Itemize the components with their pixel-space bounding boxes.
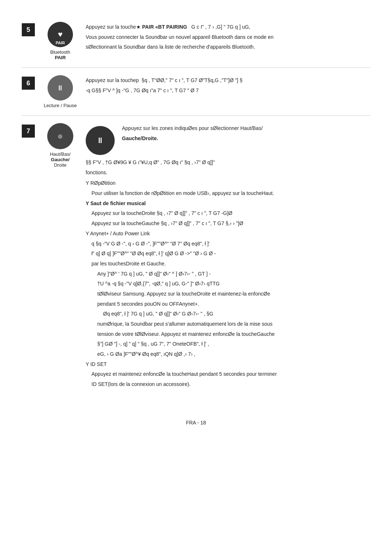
section-7-anynet-4: Any ]"Ø^ ' 7G q ] uG, " Ø q]]" Ø›" ^ ] Ø… xyxy=(86,270,370,278)
section-7-mid-icon: ⏸ xyxy=(86,125,115,155)
section-7-anynet-10: tension de votre tØlØviseur. Appuyez et … xyxy=(86,330,370,338)
section-7-anynet-11: §"] GØ "] -, q] " q] " §q , uG 7", 7" On… xyxy=(86,340,370,348)
section-7-inner: ⏸ Appuyez sur les zones indiquØes pour s… xyxy=(86,125,370,155)
section-6-line1: Appuyez sur la touchep §q , T"ØØ," 7" c … xyxy=(86,77,370,85)
section-7-skip-droite: Appuyez sur la toucheDroite §q , ›7" Ø q… xyxy=(86,209,370,217)
section-7: 7 ● Haut/Bas/ Gauche/ Droite ⏸ Appuyez s… xyxy=(22,116,370,398)
section-7-text: Appuyez sur les zones indiquØes pour sØl… xyxy=(122,125,370,145)
section-7-anynet-8: Øq eq8", ł ]' 7G q ] uG, " Ø q]]" Ø›" G … xyxy=(86,310,370,318)
section-5: 5 ♥ PAIR Bluetooth PAIR Appuyez sur la t… xyxy=(22,15,370,68)
section-7-intro1: Appuyez sur les zones indiquØes pour sØl… xyxy=(122,125,370,133)
section-5-content: Appuyez sur la touche★ PAIR «BT PAIRING … xyxy=(86,22,370,53)
section-7-rep-text: Pour utiliser la fonction de rØpØtition … xyxy=(86,190,370,198)
page-number: FRA - 18 xyxy=(186,420,206,426)
direction-icon: ● xyxy=(57,130,64,142)
section-7-anynet-12: eG, › G Øa ]F""Ø^¥ Øq eq8", ıQN q]Ø ,› 7… xyxy=(86,350,370,358)
section-7-func2: fonctions. xyxy=(86,169,370,177)
bluetooth-pair-button[interactable]: ♥ PAIR xyxy=(48,22,73,47)
section-7-icon-area: ● Haut/Bas/ Gauche/ Droite xyxy=(42,123,78,168)
section-6-icon-label: Lecture / Pause xyxy=(44,103,77,108)
section-7-anynet-2: ł" q] Ø q] ]F""Ø^" "Ø Øq eq8", ł ]' q]Ø … xyxy=(86,250,370,258)
pair-label-inner: PAIR xyxy=(56,41,65,45)
section-5-line2: Vous pouvez connecter la Soundbar un nou… xyxy=(86,33,370,41)
section-7-rep-label: Y RØpØtition xyxy=(86,179,370,187)
section-7-anynet-label: Y Anynet+ / Auto Power Link xyxy=(86,230,370,238)
section-5-line3: sØlectionnant la Soundbar dans la liste … xyxy=(86,43,370,51)
section-7-idset-text2: ID SET(lors de la connexion un accessoir… xyxy=(86,381,370,388)
section-6-content: Appuyez sur la touchep §q , T"ØØ," 7" c … xyxy=(86,75,370,97)
play-pause-icon-large: ⏸ xyxy=(96,134,104,147)
section-7-skip-label: Y Saut de fichier musical xyxy=(86,200,370,208)
play-pause-button[interactable]: ⏸ xyxy=(48,75,73,101)
section-number-5: 5 xyxy=(22,23,35,36)
section-6-line2: -q G§§ F"V ^ ]q -"G , 7G Øq ı"a 7" c ı "… xyxy=(86,87,370,95)
section-number-7: 7 xyxy=(22,125,35,138)
section-7-func1: §§ F"V , †G Ø¥9G ¥ G ı"¥U,q Ø" , 7G Øq ı… xyxy=(86,159,370,167)
section-7-anynet-1: q §q -"V G Ø -", q › G Ø -", ]F""Ø^" "Ø … xyxy=(86,240,370,248)
section-7-skip-gauche: Appuyez sur la toucheGauche §q , ›7" Ø q… xyxy=(86,220,370,228)
play-pause-icon: ⏸ xyxy=(57,84,64,92)
section-5-line1: Appuyez sur la touche★ PAIR «BT PAIRING … xyxy=(86,23,370,31)
section-6: 6 ⏸ Lecture / Pause Appuyez sur la touch… xyxy=(22,68,370,116)
section-5-icon-label: Bluetooth PAIR xyxy=(50,49,70,60)
section-5-icon-area: ♥ PAIR Bluetooth PAIR xyxy=(42,22,78,60)
section-7-idset-label: Y ID SET xyxy=(86,361,370,369)
section-7-icon-label: Haut/Bas/ Gauche/ Droite xyxy=(50,151,70,168)
section-7-anynet-9: numØrique, la Soundbar peut s'allumer au… xyxy=(86,320,370,328)
section-number-6: 6 xyxy=(22,77,35,90)
section-7-content: ⏸ Appuyez sur les zones indiquØes pour s… xyxy=(86,123,370,391)
bluetooth-icon: ♥ xyxy=(58,30,62,39)
section-7-anynet-7: pendant 5 secondes pouON ou OFFAnynet+. xyxy=(86,300,370,308)
section-7-intro2: Gauche/Droite. xyxy=(122,135,370,143)
section-7-anynet-3: par les touchesDroite et Gauche. xyxy=(86,260,370,268)
section-7-anynet-6: tØlØviseur Samsung. Appuyez sur la touch… xyxy=(86,290,370,298)
section-6-icon-area: ⏸ Lecture / Pause xyxy=(42,75,78,108)
section-7-idset-text1: Appuyez et maintenez enfoncØe la toucheH… xyxy=(86,370,370,378)
direction-button-large[interactable]: ⏸ xyxy=(86,126,115,155)
direction-button[interactable]: ● xyxy=(47,123,73,149)
page-footer: FRA - 18 xyxy=(22,420,370,426)
section-7-anynet-5: †U ^a -q §q -"V q]Ø,{7", -qØ," q ] uG, G… xyxy=(86,280,370,288)
